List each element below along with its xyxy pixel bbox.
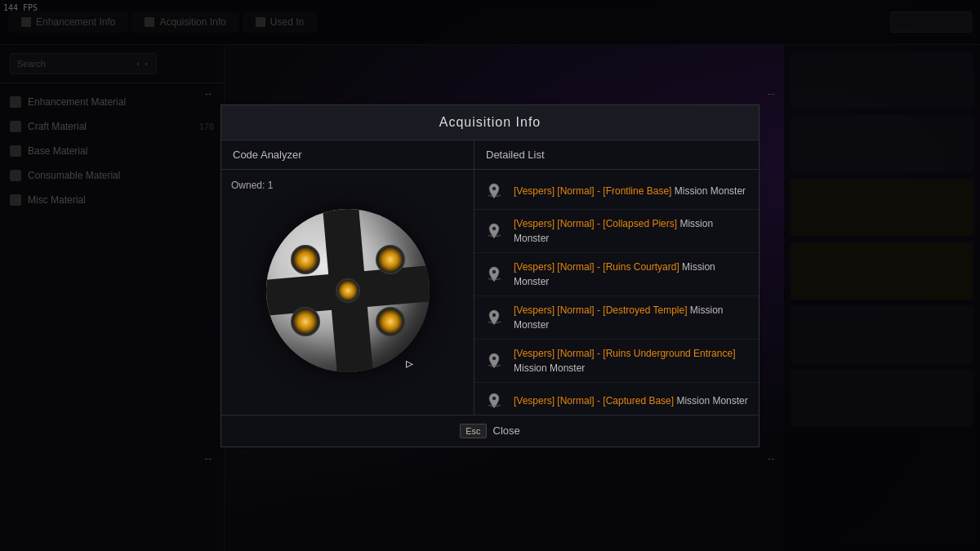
detail-item-text-3: [Vespers] [Normal] - [Ruins Courtyard] M… xyxy=(514,260,751,289)
location-pin-icon-5 xyxy=(483,349,506,372)
detail-item-text-1: [Vespers] [Normal] - [Frontline Base] Mi… xyxy=(514,184,746,198)
corner-decoration-bl: -- xyxy=(205,454,212,463)
svg-point-1 xyxy=(492,226,496,229)
svg-point-0 xyxy=(492,186,496,189)
detail-item-text-4: [Vespers] [Normal] - [Destroyed Temple] … xyxy=(514,303,751,332)
detail-list-item-6[interactable]: [Vespers] [Normal] - [Captured Base] Mis… xyxy=(474,383,759,415)
detail-list-item-4[interactable]: [Vespers] [Normal] - [Destroyed Temple] … xyxy=(474,296,759,340)
mission-type-5: Mission Monster xyxy=(514,362,585,374)
esc-key-badge: Esc xyxy=(460,424,486,438)
modal-body: Code Analyzer Owned: 1 ▹ xyxy=(221,140,759,415)
ball-detail-4 xyxy=(376,307,405,336)
modal-item-name: Code Analyzer xyxy=(221,140,474,170)
detail-list-header: Detailed List xyxy=(474,140,759,170)
ball-detail-1 xyxy=(291,245,320,274)
acquisition-modal: -- -- -- -- Acquisition Info Code Analyz… xyxy=(220,104,760,447)
location-pin-icon-1 xyxy=(483,180,506,202)
detail-list: [Vespers] [Normal] - [Frontline Base] Mi… xyxy=(474,170,759,415)
location-link-2: [Vespers] [Normal] - [Collapsed Piers] xyxy=(514,218,677,229)
item-image-container: ▹ xyxy=(258,201,438,380)
owned-count: Owned: 1 xyxy=(231,180,273,191)
svg-point-2 xyxy=(492,269,496,273)
detail-item-text-5: [Vespers] [Normal] - [Ruins Underground … xyxy=(514,346,751,375)
detail-list-item-5[interactable]: [Vespers] [Normal] - [Ruins Underground … xyxy=(474,340,759,383)
location-link-6: [Vespers] [Normal] - [Captured Base] xyxy=(514,395,674,407)
detail-list-item-2[interactable]: [Vespers] [Normal] - [Collapsed Piers] M… xyxy=(474,210,759,253)
detail-item-text-6: [Vespers] [Normal] - [Captured Base] Mis… xyxy=(514,393,748,408)
item-ball xyxy=(266,209,430,372)
detail-list-item-3[interactable]: [Vespers] [Normal] - [Ruins Courtyard] M… xyxy=(474,253,759,296)
ball-detail-2 xyxy=(376,245,405,274)
location-pin-icon-4 xyxy=(483,306,506,329)
close-button-label[interactable]: Close xyxy=(493,424,520,437)
modal-overlay: -- -- -- -- Acquisition Info Code Analyz… xyxy=(0,0,980,551)
mission-type-6: Mission Monster xyxy=(674,395,748,407)
ball-detail-3 xyxy=(291,307,320,336)
location-link-1: [Vespers] [Normal] - [Frontline Base] xyxy=(514,185,671,197)
location-pin-icon-2 xyxy=(483,220,506,242)
cursor-arrow: ▹ xyxy=(406,354,413,372)
corner-decoration-tl: -- xyxy=(205,89,212,98)
location-link-5: [Vespers] [Normal] - [Ruins Underground … xyxy=(514,348,735,359)
ball-detail-5 xyxy=(336,278,360,303)
modal-title: Acquisition Info xyxy=(439,115,541,129)
detail-list-item-1[interactable]: [Vespers] [Normal] - [Frontline Base] Mi… xyxy=(474,173,759,210)
modal-right-panel: Detailed List [Vespers] [Normal] - [Fron… xyxy=(474,140,759,415)
svg-point-3 xyxy=(492,313,496,316)
detail-item-text-2: [Vespers] [Normal] - [Collapsed Piers] M… xyxy=(514,216,751,246)
modal-title-bar: Acquisition Info xyxy=(221,105,759,140)
corner-decoration-br: -- xyxy=(768,454,775,463)
modal-footer: Esc Close xyxy=(221,415,759,447)
location-link-3: [Vespers] [Normal] - [Ruins Courtyard] xyxy=(514,261,679,273)
svg-point-4 xyxy=(492,356,496,359)
svg-point-5 xyxy=(492,396,496,399)
mission-type-1: Mission Monster xyxy=(671,185,746,197)
location-pin-icon-6 xyxy=(483,389,506,412)
modal-left-body: Owned: 1 ▹ xyxy=(221,170,474,390)
modal-left-panel: Code Analyzer Owned: 1 ▹ xyxy=(221,140,474,415)
location-pin-icon-3 xyxy=(483,263,506,286)
corner-decoration-tr: -- xyxy=(768,89,775,98)
location-link-4: [Vespers] [Normal] - [Destroyed Temple] xyxy=(514,304,688,316)
